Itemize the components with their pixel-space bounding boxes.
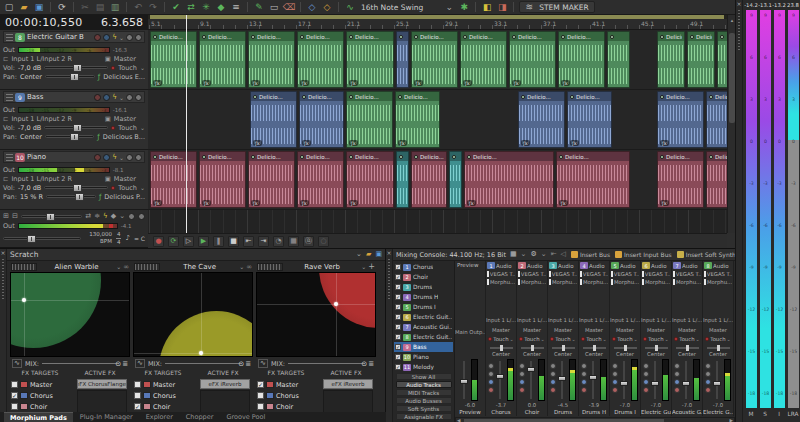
track-drag-handle[interactable] xyxy=(6,34,13,41)
channel-list-row[interactable]: ✓7Acoustic Gui... xyxy=(394,322,453,332)
channel-list-row[interactable]: ✓3Drums xyxy=(394,282,453,292)
play-from-start-button[interactable]: ▷ xyxy=(183,236,194,247)
clip-fx-badge[interactable]: ƒx xyxy=(302,140,311,146)
strip-automation-mode[interactable]: Touch⌄ xyxy=(486,336,516,342)
dock-tab-explorer[interactable]: Explorer xyxy=(140,412,179,422)
stem-maker-button[interactable]: ≋STEM MAKER xyxy=(519,1,594,13)
strip-automation-mode[interactable]: Touch⌄ xyxy=(548,336,578,342)
save-icon[interactable]: ▣ xyxy=(33,1,45,13)
dock-tab-morphium-pads[interactable]: Morphium Pads xyxy=(4,412,73,422)
strip-output-bus[interactable]: Master xyxy=(610,327,640,333)
record-arm-button[interactable] xyxy=(94,34,101,41)
pan-slider-handle[interactable] xyxy=(70,73,79,81)
fx-target-checkbox[interactable] xyxy=(257,392,264,399)
insert-input-bus-button[interactable]: Insert Input Bus xyxy=(615,251,672,258)
plugin-slot[interactable]: Morphu... xyxy=(672,278,702,286)
clip-fx-badge[interactable]: ƒx xyxy=(398,140,407,146)
auto-record-button[interactable]: ⓐ xyxy=(303,236,314,247)
gain-knob[interactable] xyxy=(705,363,711,369)
fx-target-row[interactable]: ✓Chorus xyxy=(11,390,75,401)
audio-clip[interactable]: Delicio...ƒx xyxy=(250,91,297,148)
volume-slider-handle[interactable] xyxy=(73,64,82,72)
audio-clip[interactable]: Delicio...ƒx xyxy=(509,31,556,88)
channel-list-row[interactable]: ✓1Chorus xyxy=(394,262,453,272)
fx-target-checkbox[interactable] xyxy=(134,392,141,399)
plugin-slot[interactable]: Morphu... xyxy=(548,278,578,286)
phase-knob[interactable] xyxy=(550,387,556,393)
fx-target-row[interactable]: Chorus xyxy=(257,390,321,401)
volume-slider[interactable] xyxy=(44,126,108,129)
fader-bank-icon[interactable]: ≣ xyxy=(122,360,128,368)
volume-slider-handle[interactable] xyxy=(73,124,82,132)
dock-tab-plug-in-manager[interactable]: Plug-In Manager xyxy=(74,412,139,422)
strip-name[interactable]: Drums xyxy=(548,409,578,415)
master-slider-handle[interactable] xyxy=(27,235,36,243)
downmix-icon[interactable]: ⇤ xyxy=(551,251,557,258)
audio-clip[interactable]: Delicio...ƒx xyxy=(297,31,344,88)
strip-automation-mode[interactable]: Touch⌄ xyxy=(610,336,640,342)
audio-clip[interactable]: Delicio... xyxy=(657,31,685,88)
link-icon[interactable]: ∞ xyxy=(123,263,129,271)
fx-target-checkbox[interactable] xyxy=(134,381,141,388)
active-fx-button[interactable]: eFX iReverb xyxy=(200,379,250,389)
clip-fx-badge[interactable]: ƒx xyxy=(349,140,358,146)
go-to-start-button[interactable]: ⇤ xyxy=(243,236,254,247)
channel-list-row[interactable]: ✓2Choir xyxy=(394,272,453,282)
channel-list-row[interactable]: ✓9Bass xyxy=(394,342,453,352)
plugin-slot[interactable]: Morphu... xyxy=(517,278,547,286)
channel-list-row[interactable]: ✓8Electric Guit... xyxy=(394,332,453,342)
strip-pan-slider[interactable] xyxy=(583,347,606,349)
clip-fx-badge[interactable]: ƒx xyxy=(349,200,358,206)
pan-slider[interactable] xyxy=(46,195,96,198)
dock-tab-groove-pool[interactable]: Groove Pool xyxy=(220,412,271,422)
plugin-slot[interactable]: Morphu... xyxy=(703,278,733,286)
draw-tool-icon[interactable]: ✎ xyxy=(253,1,265,13)
phase-knob[interactable] xyxy=(705,387,711,393)
audio-clip[interactable] xyxy=(396,31,409,88)
fx-target-row[interactable]: Choir xyxy=(11,401,75,412)
clip-fx-badge[interactable]: ƒx xyxy=(349,80,358,86)
snap-toggle-icon[interactable]: ✔ xyxy=(170,1,182,13)
audio-clip[interactable]: Delicio...ƒx xyxy=(395,91,440,148)
grid-button[interactable]: ▦ xyxy=(288,236,299,247)
chevron-down-icon[interactable]: ⌄ xyxy=(443,1,455,13)
chevron-down-icon[interactable]: ⌄ xyxy=(119,213,125,220)
list-icon[interactable]: ≡ xyxy=(230,1,242,13)
channel-list-row[interactable]: ✓4Drums H xyxy=(394,292,453,302)
channel-checkbox[interactable]: ✓ xyxy=(395,284,401,290)
add-module-icon[interactable]: + xyxy=(368,262,375,271)
track-name[interactable]: Piano xyxy=(27,153,92,161)
audio-clip[interactable]: Delicio...ƒx xyxy=(464,151,554,208)
timeline-vertical-scrollbar[interactable]: ▴ xyxy=(727,15,735,233)
link-icon[interactable]: ∞ xyxy=(246,263,252,271)
record-arm-button[interactable] xyxy=(94,154,101,161)
aux-knob[interactable] xyxy=(705,371,711,377)
fx-target-row[interactable]: ✓Choir xyxy=(134,401,198,412)
plugin-slot[interactable]: Morphu... xyxy=(641,278,671,286)
groove-icon[interactable]: ✱ xyxy=(458,1,470,13)
automation-mode[interactable]: Touch xyxy=(118,124,137,132)
drag-handle[interactable] xyxy=(388,259,390,299)
strip-input-routing[interactable]: Input 1 L/... xyxy=(579,317,609,323)
audio-clip[interactable] xyxy=(449,151,462,208)
gain-knob[interactable] xyxy=(550,363,556,369)
marker-icon[interactable]: ◆ xyxy=(111,213,116,220)
paste-icon[interactable]: ▥ xyxy=(109,1,121,13)
fx-target-checkbox[interactable] xyxy=(257,403,264,410)
phase-knob[interactable] xyxy=(674,387,680,393)
strip-pan-slider[interactable] xyxy=(707,347,730,349)
strip-output-bus[interactable]: Master xyxy=(548,327,578,333)
mix-slider[interactable]: ⊙ xyxy=(288,363,365,364)
clip-fx-badge[interactable]: ƒx xyxy=(521,140,530,146)
mix-slider-handle[interactable]: ⊙ xyxy=(238,360,244,368)
phase-knob[interactable] xyxy=(612,387,618,393)
fx-target-row[interactable]: Chorus xyxy=(134,390,198,401)
fx-target-checkbox[interactable]: ✓ xyxy=(134,403,141,410)
clip-fx-badge[interactable]: ƒx xyxy=(414,80,423,86)
aux-knob[interactable] xyxy=(643,371,649,377)
clip-fx-badge[interactable]: ƒx xyxy=(300,80,309,86)
aux-knob[interactable] xyxy=(550,371,556,377)
insert-soft-synth-button[interactable]: Insert Soft Synth... xyxy=(677,251,735,258)
aux-knob[interactable] xyxy=(519,371,525,377)
fx-target-checkbox[interactable]: ✓ xyxy=(11,392,18,399)
